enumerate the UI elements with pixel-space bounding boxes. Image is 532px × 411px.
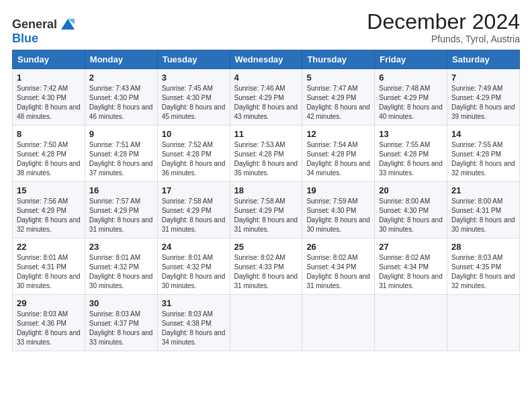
cell-content: Sunrise: 7:55 AMSunset: 4:28 PMDaylight:… — [379, 141, 443, 177]
table-row: 28 Sunrise: 8:03 AMSunset: 4:35 PMDaylig… — [447, 238, 520, 295]
table-row: 4 Sunrise: 7:46 AMSunset: 4:29 PMDayligh… — [230, 69, 302, 126]
table-row: 26 Sunrise: 8:02 AMSunset: 4:34 PMDaylig… — [302, 238, 375, 295]
header-thursday: Thursday — [302, 50, 375, 69]
day-number: 12 — [306, 129, 370, 139]
cell-content: Sunrise: 7:45 AMSunset: 4:30 PMDaylight:… — [162, 85, 226, 120]
day-number: 26 — [306, 242, 370, 252]
day-number: 25 — [234, 242, 298, 252]
day-number: 3 — [162, 73, 226, 83]
table-row: 14 Sunrise: 7:55 AMSunset: 4:28 PMDaylig… — [447, 126, 520, 182]
day-number: 6 — [379, 73, 443, 83]
day-number: 29 — [17, 298, 81, 308]
day-number: 8 — [17, 129, 81, 139]
logo-text: General — [12, 18, 57, 30]
calendar-week-row: 15 Sunrise: 7:56 AMSunset: 4:29 PMDaylig… — [13, 182, 520, 238]
cell-content: Sunrise: 8:03 AMSunset: 4:36 PMDaylight:… — [17, 310, 81, 346]
day-number: 19 — [306, 185, 370, 195]
cell-content: Sunrise: 7:46 AMSunset: 4:29 PMDaylight:… — [234, 85, 298, 120]
day-number: 4 — [234, 73, 298, 83]
table-row: 27 Sunrise: 8:02 AMSunset: 4:34 PMDaylig… — [375, 238, 447, 295]
day-number: 24 — [162, 242, 226, 252]
cell-content: Sunrise: 7:58 AMSunset: 4:29 PMDaylight:… — [162, 197, 226, 233]
table-row — [302, 295, 375, 351]
day-number: 22 — [17, 242, 81, 252]
table-row: 3 Sunrise: 7:45 AMSunset: 4:30 PMDayligh… — [157, 69, 230, 126]
table-row: 21 Sunrise: 8:00 AMSunset: 4:31 PMDaylig… — [447, 182, 520, 238]
weekday-header-row: Sunday Monday Tuesday Wednesday Thursday… — [13, 50, 520, 69]
header-sunday: Sunday — [13, 50, 85, 69]
table-row: 15 Sunrise: 7:56 AMSunset: 4:29 PMDaylig… — [13, 182, 85, 238]
table-row — [447, 295, 520, 351]
header-monday: Monday — [85, 50, 157, 69]
cell-content: Sunrise: 8:01 AMSunset: 4:32 PMDaylight:… — [89, 254, 153, 289]
table-row: 9 Sunrise: 7:51 AMSunset: 4:28 PMDayligh… — [85, 126, 157, 182]
cell-content: Sunrise: 7:47 AMSunset: 4:29 PMDaylight:… — [306, 85, 370, 120]
cell-content: Sunrise: 8:03 AMSunset: 4:38 PMDaylight:… — [162, 310, 226, 346]
cell-content: Sunrise: 8:03 AMSunset: 4:37 PMDaylight:… — [89, 310, 153, 346]
day-number: 23 — [89, 242, 153, 252]
cell-content: Sunrise: 7:51 AMSunset: 4:28 PMDaylight:… — [89, 141, 153, 177]
table-row: 30 Sunrise: 8:03 AMSunset: 4:37 PMDaylig… — [85, 295, 157, 351]
logo-general: General — [12, 17, 57, 31]
header: General Blue December 2024 Pfunds, Tyrol… — [12, 10, 520, 44]
day-number: 5 — [306, 73, 370, 83]
cell-content: Sunrise: 8:01 AMSunset: 4:31 PMDaylight:… — [17, 254, 81, 289]
table-row: 18 Sunrise: 7:58 AMSunset: 4:29 PMDaylig… — [230, 182, 302, 238]
cell-content: Sunrise: 8:00 AMSunset: 4:31 PMDaylight:… — [451, 197, 515, 233]
table-row: 31 Sunrise: 8:03 AMSunset: 4:38 PMDaylig… — [157, 295, 230, 351]
cell-content: Sunrise: 7:42 AMSunset: 4:30 PMDaylight:… — [17, 85, 81, 120]
calendar-week-row: 22 Sunrise: 8:01 AMSunset: 4:31 PMDaylig… — [13, 238, 520, 295]
day-number: 30 — [89, 298, 153, 308]
cell-content: Sunrise: 7:50 AMSunset: 4:28 PMDaylight:… — [17, 141, 81, 177]
cell-content: Sunrise: 8:02 AMSunset: 4:34 PMDaylight:… — [379, 254, 443, 289]
table-row: 29 Sunrise: 8:03 AMSunset: 4:36 PMDaylig… — [13, 295, 85, 351]
header-tuesday: Tuesday — [157, 50, 230, 69]
cell-content: Sunrise: 7:57 AMSunset: 4:29 PMDaylight:… — [89, 197, 153, 233]
cell-content: Sunrise: 8:02 AMSunset: 4:33 PMDaylight:… — [234, 254, 298, 289]
day-number: 13 — [379, 129, 443, 139]
table-row — [375, 295, 447, 351]
cell-content: Sunrise: 7:54 AMSunset: 4:28 PMDaylight:… — [306, 141, 370, 177]
day-number: 9 — [89, 129, 153, 139]
logo-icon — [58, 15, 77, 34]
day-number: 15 — [17, 185, 81, 195]
cell-content: Sunrise: 8:02 AMSunset: 4:34 PMDaylight:… — [306, 254, 370, 289]
day-number: 28 — [451, 242, 515, 252]
table-row: 12 Sunrise: 7:54 AMSunset: 4:28 PMDaylig… — [302, 126, 375, 182]
cell-content: Sunrise: 7:53 AMSunset: 4:28 PMDaylight:… — [234, 141, 298, 177]
table-row: 6 Sunrise: 7:48 AMSunset: 4:29 PMDayligh… — [375, 69, 447, 126]
day-number: 10 — [162, 129, 226, 139]
cell-content: Sunrise: 7:55 AMSunset: 4:28 PMDaylight:… — [451, 141, 515, 177]
table-row: 17 Sunrise: 7:58 AMSunset: 4:29 PMDaylig… — [157, 182, 230, 238]
calendar-week-row: 1 Sunrise: 7:42 AMSunset: 4:30 PMDayligh… — [13, 69, 520, 126]
cell-content: Sunrise: 7:52 AMSunset: 4:28 PMDaylight:… — [162, 141, 226, 177]
cell-content: Sunrise: 7:58 AMSunset: 4:29 PMDaylight:… — [234, 197, 298, 233]
day-number: 1 — [17, 73, 81, 83]
day-number: 21 — [451, 185, 515, 195]
table-row: 11 Sunrise: 7:53 AMSunset: 4:28 PMDaylig… — [230, 126, 302, 182]
table-row: 1 Sunrise: 7:42 AMSunset: 4:30 PMDayligh… — [13, 69, 85, 126]
table-row: 2 Sunrise: 7:43 AMSunset: 4:30 PMDayligh… — [85, 69, 157, 126]
cell-content: Sunrise: 8:00 AMSunset: 4:30 PMDaylight:… — [379, 197, 443, 233]
month-title: December 2024 — [367, 10, 520, 34]
table-row: 20 Sunrise: 8:00 AMSunset: 4:30 PMDaylig… — [375, 182, 447, 238]
title-block: December 2024 Pfunds, Tyrol, Austria — [367, 10, 520, 44]
table-row: 8 Sunrise: 7:50 AMSunset: 4:28 PMDayligh… — [13, 126, 85, 182]
logo-blue: Blue — [12, 32, 38, 44]
day-number: 27 — [379, 242, 443, 252]
header-saturday: Saturday — [447, 50, 520, 69]
table-row: 23 Sunrise: 8:01 AMSunset: 4:32 PMDaylig… — [85, 238, 157, 295]
cell-content: Sunrise: 8:01 AMSunset: 4:32 PMDaylight:… — [162, 254, 226, 289]
page: General Blue December 2024 Pfunds, Tyrol… — [0, 0, 532, 411]
table-row — [230, 295, 302, 351]
cell-content: Sunrise: 8:03 AMSunset: 4:35 PMDaylight:… — [451, 254, 515, 289]
day-number: 2 — [89, 73, 153, 83]
table-row: 25 Sunrise: 8:02 AMSunset: 4:33 PMDaylig… — [230, 238, 302, 295]
day-number: 14 — [451, 129, 515, 139]
calendar-table: Sunday Monday Tuesday Wednesday Thursday… — [12, 50, 520, 351]
table-row: 13 Sunrise: 7:55 AMSunset: 4:28 PMDaylig… — [375, 126, 447, 182]
table-row: 24 Sunrise: 8:01 AMSunset: 4:32 PMDaylig… — [157, 238, 230, 295]
calendar-week-row: 29 Sunrise: 8:03 AMSunset: 4:36 PMDaylig… — [13, 295, 520, 351]
day-number: 17 — [162, 185, 226, 195]
day-number: 16 — [89, 185, 153, 195]
